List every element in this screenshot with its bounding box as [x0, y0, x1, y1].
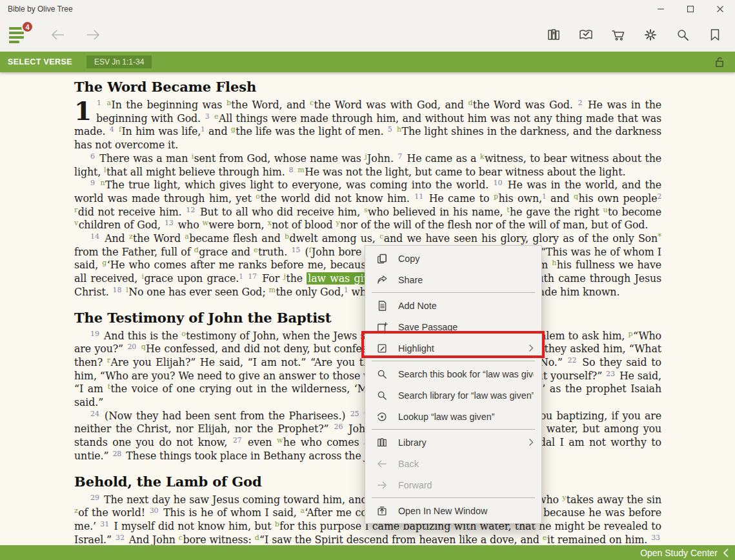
- settings-gear-button[interactable]: [642, 26, 659, 43]
- menu-item-search-this-book-for-law-was-given[interactable]: Search this book for “law was given”: [365, 363, 541, 385]
- maximize-icon: [687, 5, 694, 13]
- title-bar: Bible by Olive Tree: [0, 0, 735, 18]
- store-cart-button[interactable]: [610, 26, 627, 43]
- window-title: Bible by Olive Tree: [0, 5, 73, 14]
- footnote-letter: k: [480, 152, 485, 161]
- context-menu: CopyShareAdd NoteSave PassageHighlightSe…: [365, 245, 542, 524]
- verse-number: 33: [651, 534, 660, 542]
- menu-item-label: Search library for “law was given”: [398, 390, 534, 401]
- select-verse-bar: SELECT VERSE ESV Jn 1:1-34: [0, 52, 735, 72]
- bookmark-button[interactable]: [707, 26, 723, 43]
- footnote-letter: p: [494, 192, 498, 201]
- verse-number: 9: [90, 179, 95, 187]
- menu-item-highlight[interactable]: Highlight: [365, 337, 541, 359]
- menu-separator: [372, 497, 535, 498]
- footnote-letter: d: [468, 99, 472, 107]
- window-controls: [646, 0, 735, 18]
- menu-button[interactable]: 4: [9, 25, 31, 45]
- footnote-letter: f: [119, 125, 121, 134]
- verse-number: 6: [90, 152, 95, 161]
- footnote-number: 1: [542, 192, 547, 200]
- menu-separator: [372, 361, 535, 361]
- footnote-letter: i: [192, 152, 194, 161]
- lookup-icon: [376, 411, 388, 423]
- unlock-icon[interactable]: [713, 55, 726, 68]
- menu-item-label: Highlight: [398, 343, 529, 354]
- footnote-letter: e: [214, 112, 218, 121]
- minimize-icon: [657, 5, 665, 13]
- menu-item-search-library-for-law-was-given[interactable]: Search library for “law was given”: [365, 385, 541, 406]
- reading-plan-icon: [578, 27, 594, 43]
- search-icon: [675, 27, 690, 43]
- toolbar-icon-group: [545, 26, 723, 43]
- back-button[interactable]: [50, 25, 66, 45]
- footnote-letter: a: [300, 506, 304, 515]
- maximize-button[interactable]: [676, 0, 705, 18]
- verse-number: 1: [97, 99, 101, 107]
- footnote-letter: s: [364, 206, 368, 214]
- forward-small-icon: [376, 479, 388, 491]
- footnote-letter: w: [202, 219, 208, 227]
- close-button[interactable]: [705, 0, 735, 18]
- forward-button[interactable]: [85, 25, 101, 45]
- verse-reference-button[interactable]: ESV Jn 1:1-34: [86, 55, 152, 68]
- bible-paragraph: 11 aIn the beginning was bthe Word, and …: [74, 99, 661, 152]
- open-study-center-button[interactable]: Open Study Center: [640, 548, 729, 558]
- footnote-letter: c: [310, 99, 314, 107]
- footnote-letter: o: [181, 330, 186, 338]
- chevron-right-icon: [529, 438, 534, 446]
- footnote-letter: q: [141, 343, 146, 351]
- open-new-window-icon: [376, 505, 388, 517]
- menu-item-label: Search this book for “law was given”: [398, 369, 534, 379]
- bible-paragraph: 9 nThe true light, which gives light to …: [74, 179, 661, 232]
- footnote-letter: r: [107, 356, 110, 365]
- chevron-right-icon: [529, 344, 534, 352]
- footnote-number: 1: [201, 125, 205, 133]
- verse-number: 19: [90, 330, 99, 338]
- menu-separator: [372, 292, 535, 293]
- verse-number: 26: [334, 423, 343, 431]
- note-icon: [376, 300, 388, 312]
- verse-number: 28: [112, 450, 121, 458]
- library-small-icon: [376, 437, 388, 448]
- forward-arrow-icon: [85, 29, 101, 41]
- search-button[interactable]: [674, 26, 691, 43]
- verse-number: 22: [568, 356, 577, 365]
- menu-item-save-passage[interactable]: Save Passage: [365, 316, 541, 337]
- verse-number: 10: [494, 179, 503, 187]
- section-heading: The Word Became Flesh: [74, 79, 661, 95]
- copy-icon: [376, 253, 388, 265]
- footnote-letter: o: [256, 192, 260, 201]
- verse-number: 2: [578, 99, 582, 107]
- menu-item-add-note[interactable]: Add Note: [365, 295, 541, 316]
- menu-item-copy[interactable]: Copy: [365, 248, 541, 269]
- minimize-button[interactable]: [646, 0, 676, 18]
- footnote-letter: z: [129, 232, 133, 241]
- verse-number: 30: [150, 506, 159, 515]
- reading-plan-button[interactable]: [578, 26, 594, 43]
- footnote-letter: b: [285, 232, 289, 241]
- library-icon: [546, 27, 561, 43]
- footnote-letter: c: [379, 232, 383, 241]
- library-button[interactable]: [545, 26, 562, 43]
- save-passage-icon: [376, 321, 388, 333]
- menu-item-label: Forward: [398, 480, 534, 490]
- select-verse-label[interactable]: SELECT VERSE: [8, 57, 72, 66]
- verse-number: 3: [205, 112, 210, 121]
- footnote-letter: q: [574, 192, 578, 201]
- footnote-letter: g: [231, 125, 236, 134]
- footnote-letter: f: [309, 246, 312, 254]
- footnote-letter: e: [254, 246, 257, 254]
- footnote-letter: r: [74, 206, 77, 214]
- menu-item-label: Add Note: [398, 301, 534, 311]
- menu-item-open-in-new-window[interactable]: Open In New Window: [365, 500, 541, 521]
- verse-number: 24: [90, 410, 99, 418]
- footnote-letter: e: [543, 534, 547, 542]
- share-icon: [376, 274, 388, 286]
- menu-item-library[interactable]: Library: [365, 432, 541, 453]
- verse-number: 4: [110, 125, 114, 134]
- menu-item-lookup-law-was-given[interactable]: Lookup “law was given”: [365, 406, 541, 427]
- menu-item-share[interactable]: Share: [365, 269, 541, 290]
- footnote-letter: x: [267, 219, 271, 227]
- footnote-star: *: [658, 232, 661, 241]
